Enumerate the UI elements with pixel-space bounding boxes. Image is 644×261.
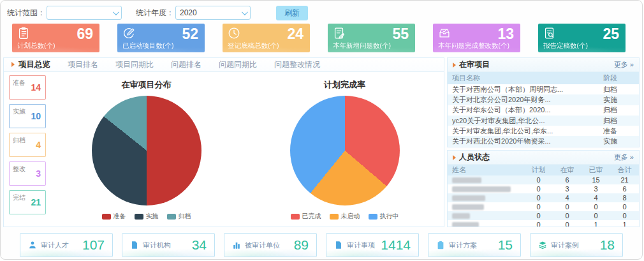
personnel-name-redacted xyxy=(448,204,524,210)
tab-bar: 项目总览 项目排名 项目同期比 问题排名 问题同期比 问题整改情况 xyxy=(4,58,444,71)
personnel-plan: 0 xyxy=(524,176,553,184)
projects-more-link[interactable]: 更多 » xyxy=(614,60,634,70)
stat-value: 25 xyxy=(603,26,619,43)
personnel-reviewed: 0 xyxy=(582,203,610,211)
metric-value: 34 xyxy=(192,237,207,253)
inbox-check-icon xyxy=(437,26,451,43)
personnel-in-review: 0 xyxy=(553,203,582,211)
legend-item[interactable]: 执行中 xyxy=(369,212,399,221)
document-icon xyxy=(334,241,343,250)
personnel-box-title: 人员状态 xyxy=(459,152,614,163)
metric-value: 89 xyxy=(294,237,309,253)
personnel-total: 0 xyxy=(610,212,639,220)
legend-label: 执行中 xyxy=(380,212,399,221)
stat-value: 52 xyxy=(182,26,198,43)
stat-card-registered-drafts[interactable]: 24 登记底稿总数(个) xyxy=(223,24,310,52)
metric-card-audit-cases[interactable]: 审计案例 18 xyxy=(530,233,623,257)
tab-issue-yoy[interactable]: 问题同期比 xyxy=(219,59,257,70)
clock-icon xyxy=(227,26,241,43)
chart-plan-completion: 计划完成率 已完成未启动执行中 xyxy=(245,71,444,227)
metric-card-audit-plans[interactable]: 审计方案 15 xyxy=(428,233,521,257)
person-icon xyxy=(28,241,37,250)
project-name: 关于对西北公司2020年物资采... xyxy=(448,137,603,146)
stat-label: 本年新增问题数(个) xyxy=(333,41,391,50)
personnel-more-link[interactable]: 更多 » xyxy=(614,153,634,162)
stage-card-archive[interactable]: 归档 4 xyxy=(9,133,46,157)
personnel-name-redacted xyxy=(448,186,524,192)
metric-label: 审计机构 xyxy=(143,241,192,250)
chevron-down-icon xyxy=(242,9,248,15)
metric-label: 审计案例 xyxy=(551,241,600,250)
stat-label: 已启动项目数(个) xyxy=(122,41,174,50)
legend-swatch xyxy=(291,214,300,220)
project-stage: 准备 xyxy=(603,126,639,136)
metric-value: 15 xyxy=(498,237,513,253)
legend-swatch xyxy=(135,214,143,220)
stat-card-new-issues[interactable]: 55 本年新增问题数(个) xyxy=(328,24,415,52)
stat-card-row: 69 计划总数(个) 52 已启动项目数(个) 24 登记底稿总数(个) 55 … xyxy=(12,24,626,52)
personnel-reviewed: 4 xyxy=(582,194,610,202)
bar-chart-icon xyxy=(232,241,241,250)
refresh-button[interactable]: 刷新 xyxy=(276,6,308,20)
tab-project-ranking[interactable]: 项目排名 xyxy=(68,59,98,70)
personnel-reviewed: 3 xyxy=(582,185,610,193)
legend-label: 未启动 xyxy=(341,212,360,221)
metric-card-audit-talent[interactable]: 审计人才 107 xyxy=(20,233,113,257)
tab-issue-ranking[interactable]: 问题排名 xyxy=(171,59,201,70)
project-row[interactable]: 关于对北京分公司2020年财务...实施 xyxy=(448,94,639,105)
stage-value: 14 xyxy=(31,82,41,93)
stat-value: 55 xyxy=(392,26,409,43)
stage-card-rectify[interactable]: 整改 3 xyxy=(9,161,46,186)
section-arrow-icon xyxy=(453,155,456,160)
edit-circle-icon xyxy=(122,26,136,43)
legend-label: 准备 xyxy=(113,212,126,221)
metric-label: 被审计单位 xyxy=(245,241,294,250)
stage-card-complete[interactable]: 完结 21 xyxy=(9,190,46,214)
tab-project-overview[interactable]: 项目总览 xyxy=(18,59,50,70)
metric-label: 审计方案 xyxy=(449,241,498,250)
tab-project-yoy[interactable]: 项目同期比 xyxy=(115,59,154,70)
personnel-in-review: 4 xyxy=(553,194,582,202)
project-row[interactable]: yc20关于对审友集团,华北公...归档 xyxy=(448,116,639,126)
projects-table-header: 项目名称 阶段 xyxy=(448,72,639,84)
legend-label: 归档 xyxy=(179,212,191,221)
chevron-down-icon xyxy=(113,9,119,15)
project-row[interactable]: 关于对西北公司2020年物资采...实施 xyxy=(448,136,639,146)
stage-card-implement[interactable]: 实施 10 xyxy=(9,104,46,128)
personnel-table-body: 06152103360448000000000011 xyxy=(448,175,639,227)
charts-area: 准备 14 实施 10 归档 4 整改 3 xyxy=(4,71,444,227)
stage-value: 10 xyxy=(31,111,41,121)
column-header-name: 姓名 xyxy=(448,165,524,175)
pie-project-distribution[interactable] xyxy=(92,96,201,205)
tab-issue-rectification[interactable]: 问题整改情况 xyxy=(274,59,320,70)
legend-item[interactable]: 实施 xyxy=(135,212,159,221)
legend-item[interactable]: 未启动 xyxy=(330,212,360,221)
stage-label: 完结 xyxy=(13,193,26,202)
personnel-row: 0011 xyxy=(448,220,639,227)
stat-card-rectified-issues[interactable]: 13 本年问题完成整改数(个) xyxy=(433,24,520,52)
personnel-plan: 0 xyxy=(524,212,553,220)
personnel-plan: 0 xyxy=(524,185,553,193)
legend-label: 实施 xyxy=(146,212,159,221)
metric-card-audit-matters[interactable]: 审计事项 1414 xyxy=(326,233,419,257)
stat-card-final-reports[interactable]: 25 报告定稿数(个) xyxy=(538,24,626,52)
projects-box-header: 在审项目 更多 » xyxy=(448,58,639,72)
legend-swatch xyxy=(102,214,111,220)
stage-card-prepare[interactable]: 准备 14 xyxy=(9,75,46,100)
section-arrow-icon xyxy=(453,63,456,68)
project-row[interactable]: 关于对华东公司（本部）2020...归档 xyxy=(448,105,639,116)
personnel-plan: 0 xyxy=(524,203,553,211)
project-row[interactable]: 关于对审友集团,华北公司,华东...准备 xyxy=(448,126,639,136)
pie-plan-completion[interactable] xyxy=(290,96,400,205)
legend-item[interactable]: 已完成 xyxy=(291,212,321,221)
metric-card-audit-orgs[interactable]: 审计机构 34 xyxy=(122,233,215,257)
metric-card-audited-units[interactable]: 被审计单位 89 xyxy=(224,233,317,257)
project-row[interactable]: 关于对西南公司（本部）周明同志...归档 xyxy=(448,84,639,94)
stat-card-planned-total[interactable]: 69 计划总数(个) xyxy=(12,24,99,52)
scope-select[interactable] xyxy=(47,6,122,20)
column-header-in-review: 在审 xyxy=(553,165,582,175)
stat-card-started-projects[interactable]: 52 已启动项目数(个) xyxy=(117,24,205,52)
legend-item[interactable]: 准备 xyxy=(102,212,126,221)
legend-item[interactable]: 归档 xyxy=(167,212,191,221)
year-select[interactable]: 2020 xyxy=(175,6,251,20)
